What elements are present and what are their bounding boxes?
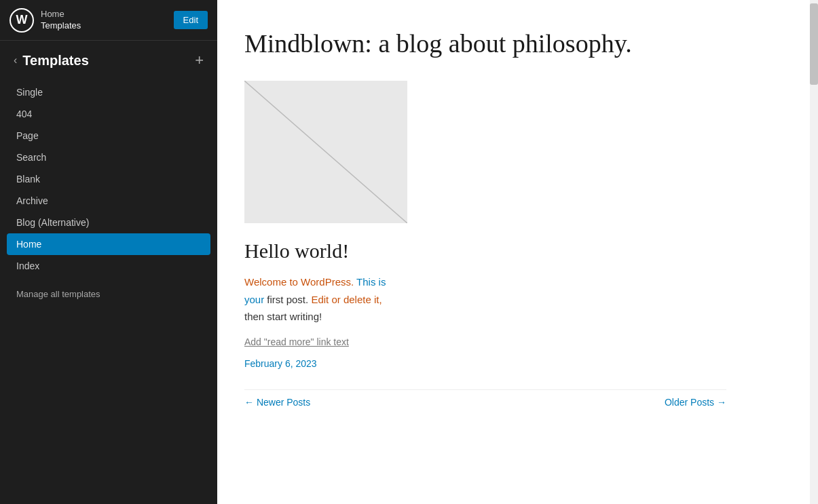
sidebar: W Home Templates Edit ‹ Templates + Sing… [0, 0, 217, 504]
nav-item-index[interactable]: Index [0, 255, 217, 277]
nav-item-archive[interactable]: Archive [0, 190, 217, 212]
nav-item-single[interactable]: Single [0, 81, 217, 103]
templates-header: ‹ Templates + [0, 41, 217, 76]
excerpt-welcome: Welcome to WordPress. [244, 276, 354, 288]
manage-all-templates-link[interactable]: Manage all templates [0, 284, 217, 305]
template-nav-list: Single 404 Page Search Blank Archive Blo… [0, 76, 217, 504]
back-icon[interactable]: ‹ [14, 54, 17, 66]
excerpt-this-is: This is [356, 276, 386, 288]
excerpt-then-start: then start writing! [244, 311, 322, 322]
nav-item-blank[interactable]: Blank [0, 168, 217, 190]
post-title: Hello world! [244, 239, 726, 263]
read-more-link[interactable]: Add "read more" link text [244, 336, 726, 347]
nav-item-page[interactable]: Page [0, 125, 217, 147]
featured-image-placeholder [244, 81, 407, 223]
add-template-icon[interactable]: + [195, 52, 204, 69]
topbar-templates-label: Templates [41, 20, 167, 32]
templates-title: Templates [22, 53, 195, 69]
nav-item-home[interactable]: Home [7, 233, 210, 255]
excerpt-your-first: your [244, 294, 264, 305]
topbar: W Home Templates Edit [0, 0, 217, 41]
post-date: February 6, 2023 [244, 358, 726, 369]
excerpt-edit-delete: Edit or delete it, [311, 294, 382, 305]
scrollbar-thumb[interactable] [810, 3, 818, 85]
scrollbar-track[interactable] [810, 0, 818, 504]
topbar-titles: Home Templates [41, 9, 167, 32]
excerpt-first-post: first post. [267, 294, 311, 305]
blog-title: Mindblown: a blog about philosophy. [244, 27, 726, 60]
main-content: Mindblown: a blog about philosophy. Hell… [217, 0, 818, 504]
newer-posts-link[interactable]: ← Newer Posts [244, 397, 310, 408]
nav-item-search[interactable]: Search [0, 147, 217, 168]
post-excerpt: Welcome to WordPress. This is your first… [244, 273, 726, 326]
older-posts-link[interactable]: Older Posts → [665, 397, 726, 408]
nav-item-blog-alternative[interactable]: Blog (Alternative) [0, 212, 217, 233]
wp-logo-icon[interactable]: W [10, 8, 34, 33]
pagination: ← Newer Posts Older Posts → [244, 389, 726, 408]
nav-item-404[interactable]: 404 [0, 103, 217, 125]
content-area: Mindblown: a blog about philosophy. Hell… [217, 0, 760, 435]
edit-button[interactable]: Edit [174, 11, 208, 29]
topbar-home-label: Home [41, 9, 167, 20]
